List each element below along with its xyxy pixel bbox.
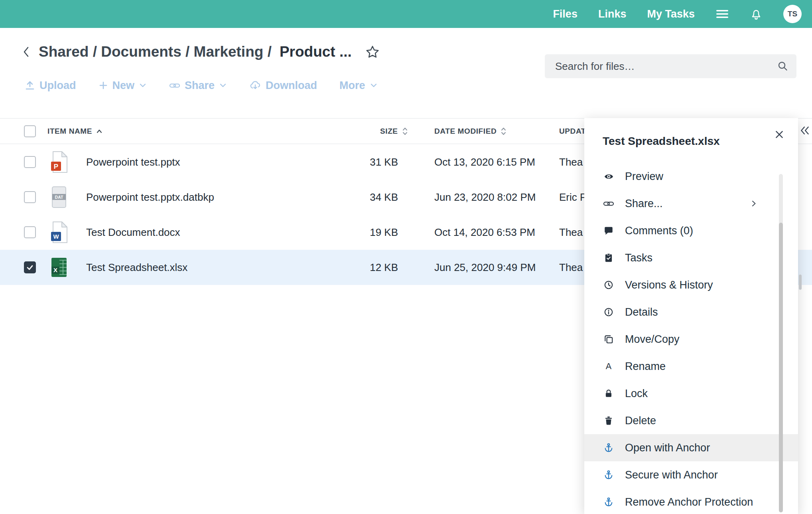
lock-icon (603, 388, 615, 399)
file-updated-by: Thea (559, 144, 583, 180)
header-size[interactable]: SIZE (380, 119, 408, 144)
menu-item-label: Lock (625, 387, 648, 400)
menu-item-rename[interactable]: A Rename (584, 353, 798, 380)
favorite-star-icon[interactable] (365, 45, 380, 59)
panel-title: Test Spreadsheet.xlsx (603, 135, 720, 148)
file-date-modified: Oct 13, 2020 6:15 PM (434, 144, 535, 180)
topbar: Files Links My Tasks TS (0, 0, 812, 28)
powerpoint-file-icon: P (49, 151, 69, 173)
menu-item-move-copy[interactable]: Move/Copy (584, 326, 798, 353)
word-file-icon: W (49, 221, 69, 243)
clock-icon (603, 280, 615, 290)
menu-item-remove-anchor-protection[interactable]: Remove Anchor Protection (584, 488, 798, 514)
app-window: Files Links My Tasks TS Shared / Documen… (0, 0, 812, 514)
sort-ascending-icon (96, 128, 103, 134)
hamburger-menu-icon[interactable] (715, 9, 729, 19)
menu-item-comments[interactable]: Comments (0) (584, 217, 798, 244)
menu-item-share[interactable]: Share... (584, 190, 798, 217)
file-updated-by: Eric F (559, 180, 586, 215)
file-name[interactable]: Test Spreadsheet.xlsx (86, 250, 187, 285)
panel-scrollbar-thumb[interactable] (779, 223, 783, 512)
search-icon[interactable] (777, 61, 788, 72)
row-checkbox[interactable] (24, 156, 36, 168)
menu-item-versions-history[interactable]: Versions & History (584, 271, 798, 299)
rename-icon: A (603, 361, 615, 372)
file-name[interactable]: Powerpoint test.pptx.datbkp (86, 180, 214, 215)
header-updated-by-label: UPDAT (559, 127, 586, 136)
tasks-icon (603, 253, 615, 263)
download-button[interactable]: Download (249, 79, 317, 92)
menu-item-tasks[interactable]: Tasks (584, 244, 798, 271)
row-checkbox[interactable] (24, 226, 36, 238)
more-button[interactable]: More (339, 79, 378, 92)
svg-text:P: P (54, 163, 58, 170)
breadcrumb-path[interactable]: Shared / Documents / Marketing / (39, 43, 272, 60)
anchor-icon (603, 497, 615, 507)
upload-button[interactable]: Upload (25, 79, 76, 92)
menu-item-label: Share... (625, 198, 663, 210)
header-size-label: SIZE (380, 127, 398, 136)
cloud-download-icon (249, 80, 261, 91)
header-updated-by[interactable]: UPDAT (559, 119, 586, 144)
chevron-down-icon (370, 81, 378, 89)
upload-icon (25, 80, 35, 91)
notifications-bell-icon[interactable] (750, 8, 763, 20)
eye-icon (603, 171, 615, 182)
close-icon[interactable] (773, 128, 786, 141)
collapse-panel-icon[interactable] (798, 124, 811, 137)
menu-item-label: Tasks (625, 252, 652, 264)
file-size: 19 KB (329, 215, 398, 250)
svg-text:A: A (606, 361, 612, 371)
row-checkbox[interactable] (24, 261, 36, 273)
sort-both-icon (500, 127, 507, 136)
header-item-name-label: ITEM NAME (47, 127, 92, 136)
file-name[interactable]: Powerpoint test.pptx (86, 144, 180, 180)
upload-label: Upload (39, 79, 76, 92)
page-scrollbar-thumb[interactable] (799, 275, 802, 290)
new-button[interactable]: New (99, 79, 147, 92)
header-date-modified[interactable]: DATE MODIFIED (434, 119, 507, 144)
select-all-checkbox[interactable] (24, 125, 36, 137)
info-icon (603, 307, 615, 317)
download-label: Download (266, 79, 317, 92)
menu-item-label: Delete (625, 415, 656, 427)
menu-item-secure-with-anchor[interactable]: Secure with Anchor (584, 461, 798, 488)
menu-item-label: Move/Copy (625, 333, 680, 346)
new-label: New (112, 79, 135, 92)
menu-item-open-with-anchor[interactable]: Open with Anchor (584, 434, 798, 461)
menu-item-delete[interactable]: Delete (584, 407, 798, 434)
excel-file-icon: X (49, 256, 69, 279)
svg-text:DAT: DAT (55, 195, 63, 200)
search-input[interactable] (555, 60, 777, 73)
anchor-icon (603, 443, 615, 453)
nav-files[interactable]: Files (553, 8, 577, 20)
nav-my-tasks[interactable]: My Tasks (647, 8, 695, 20)
link-icon (169, 81, 180, 90)
header-item-name[interactable]: ITEM NAME (47, 119, 103, 144)
menu-item-details[interactable]: Details (584, 299, 798, 326)
trash-icon (603, 415, 615, 426)
menu-item-label: Preview (625, 170, 663, 183)
breadcrumb-current-folder: Product ... (280, 43, 352, 60)
menu-item-label: Open with Anchor (625, 442, 710, 454)
chevron-down-icon (139, 81, 147, 89)
search-box (545, 54, 796, 78)
menu-item-label: Rename (625, 360, 666, 373)
user-avatar[interactable]: TS (783, 5, 802, 23)
file-size: 12 KB (329, 250, 398, 285)
svg-text:X: X (53, 267, 57, 273)
menu-item-label: Details (625, 306, 658, 318)
menu-item-preview[interactable]: Preview (584, 163, 798, 190)
back-chevron-icon[interactable] (22, 45, 31, 59)
file-size: 31 KB (329, 144, 398, 180)
file-size: 34 KB (329, 180, 398, 215)
menu-item-label: Versions & History (625, 279, 713, 291)
menu-item-lock[interactable]: Lock (584, 380, 798, 407)
file-toolbar: Upload New Share Download More (25, 75, 378, 95)
link-icon (603, 199, 615, 208)
row-checkbox[interactable] (24, 191, 36, 203)
panel-menu: Preview Share... Comments (0) Tasks Vers… (584, 163, 798, 514)
file-name[interactable]: Test Document.docx (86, 215, 180, 250)
nav-links[interactable]: Links (598, 8, 627, 20)
share-button[interactable]: Share (169, 79, 227, 92)
